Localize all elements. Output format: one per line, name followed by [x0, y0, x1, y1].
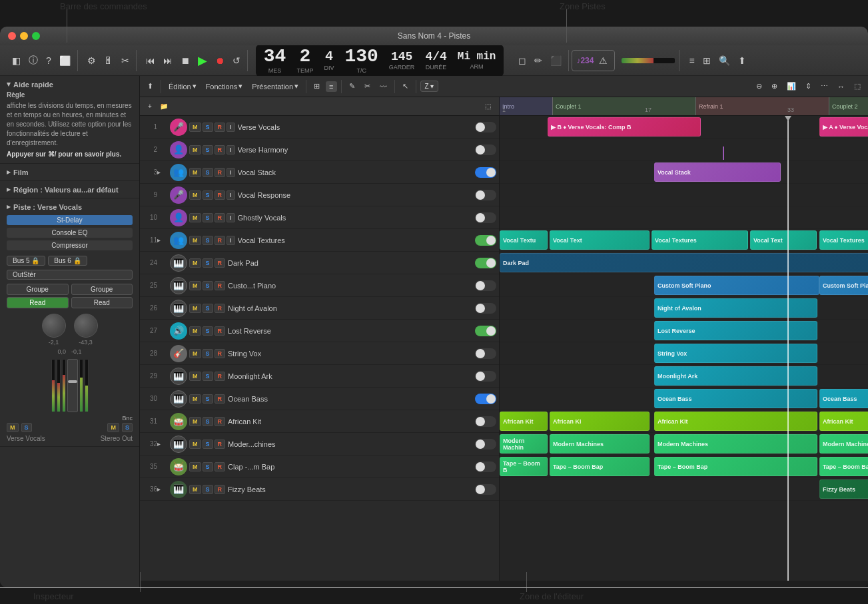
z-mode-btn[interactable]: Z ▾	[420, 81, 438, 92]
input-10[interactable]: I	[226, 213, 235, 222]
zoom-in-btn[interactable]: ⊕	[768, 81, 781, 92]
transport-signature[interactable]: 4/4	[425, 51, 446, 63]
solo-31[interactable]: S	[203, 417, 213, 426]
compressor-plugin[interactable]: Compressor	[7, 240, 133, 250]
transport-tc[interactable]: 130	[344, 47, 378, 66]
edit-track-btn[interactable]: ⬚	[482, 101, 494, 111]
film-header[interactable]: ▸ Film	[7, 168, 133, 176]
rec-36[interactable]: R	[215, 485, 226, 494]
rec-35[interactable]: R	[215, 462, 226, 471]
bus6-btn[interactable]: Bus 6 🔒	[48, 256, 87, 266]
toggle-switch-35[interactable]	[475, 461, 496, 472]
solo-btn-right[interactable]: S	[122, 423, 133, 432]
zoom-out-btn[interactable]: ⊖	[753, 81, 765, 92]
clip-moonlight-ark-1[interactable]: Moonlight Ark	[654, 366, 817, 386]
fonctions-btn[interactable]: Fonctions ▾	[203, 81, 246, 92]
rec-31[interactable]: R	[215, 417, 226, 426]
mute-31[interactable]: M	[189, 417, 201, 426]
rec-9[interactable]: R	[215, 190, 226, 200]
fullscreen-button[interactable]	[32, 32, 40, 40]
rec-26[interactable]: R	[215, 304, 226, 313]
clip-vt-4[interactable]: Vocal Text	[750, 230, 817, 250]
rec-32[interactable]: R	[215, 440, 226, 449]
clip-tape-boom-bap-2[interactable]: Tape – Boom Bap	[550, 457, 650, 476]
info-btn[interactable]: ⓘ	[26, 53, 41, 68]
transport-div[interactable]: 4	[324, 50, 334, 63]
track-toggle-3[interactable]	[475, 167, 496, 178]
presentation-btn[interactable]: Présentation ▾	[248, 81, 302, 92]
mute-2[interactable]: M	[189, 145, 201, 154]
clip-modern-machines-3[interactable]: Modern Machines	[654, 434, 817, 453]
solo-32[interactable]: S	[203, 440, 213, 449]
monitor-btn[interactable]: ⬜	[57, 54, 73, 67]
mute-27[interactable]: M	[189, 326, 201, 336]
input-1[interactable]: I	[226, 123, 235, 132]
clip-tape-boom-bap-3[interactable]: Tape – Boom Bap	[654, 457, 817, 476]
track-toggle-36[interactable]	[475, 484, 496, 495]
rec-3[interactable]: R	[215, 168, 226, 177]
stop-btn[interactable]: ⏹	[178, 54, 193, 67]
toggle-switch-24[interactable]	[475, 258, 496, 268]
clip-modern-machines-4[interactable]: Modern Machines	[819, 434, 868, 453]
clip-modern-machines-1[interactable]: Modern Machin	[500, 434, 548, 453]
mute-24[interactable]: M	[189, 258, 201, 268]
clip-fizzy-beats-1[interactable]: Fizzy Beats	[819, 479, 868, 499]
toggle-switch-11[interactable]	[475, 235, 496, 246]
rec-29[interactable]: R	[215, 372, 226, 381]
close-button[interactable]	[8, 32, 16, 40]
toggle-switch-10[interactable]	[475, 212, 496, 223]
st-delay-plugin[interactable]: St-Delay	[7, 215, 133, 225]
rec-10[interactable]: R	[215, 213, 226, 222]
solo-10[interactable]: S	[203, 213, 213, 222]
track-toggle-31[interactable]	[475, 416, 496, 427]
solo-25[interactable]: S	[203, 281, 213, 290]
input-2[interactable]: I	[226, 145, 235, 154]
help-btn[interactable]: ?	[43, 54, 54, 67]
solo-26[interactable]: S	[203, 304, 213, 313]
toggle-switch-9[interactable]	[475, 190, 496, 200]
clip-african-kit-1[interactable]: African Kit	[500, 412, 548, 431]
waveform-zoom-btn[interactable]: 📊	[783, 81, 799, 92]
solo-btn[interactable]: S	[21, 423, 32, 432]
track-toggle-26[interactable]	[475, 303, 496, 314]
pen-btn[interactable]: ✏	[532, 54, 545, 67]
play-btn[interactable]: ▶	[195, 52, 210, 69]
tempo-btn[interactable]: ⚙	[85, 54, 99, 67]
group-left-btn[interactable]: Groupe	[7, 284, 69, 295]
clip-ocean-bass-1[interactable]: Ocean Bass	[654, 389, 817, 408]
toggle-switch-32[interactable]	[475, 439, 496, 450]
mute-25[interactable]: M	[189, 281, 201, 290]
volume-knob-left[interactable]	[42, 314, 66, 338]
volume-knob-right[interactable]	[74, 314, 98, 338]
rec-11[interactable]: R	[215, 236, 226, 245]
share-btn[interactable]: ⬆	[735, 54, 749, 67]
pencil-tool-btn[interactable]: ✎	[346, 81, 358, 92]
mute-3[interactable]: M	[189, 168, 201, 177]
clip-vt-2[interactable]: Vocal Text	[550, 230, 650, 250]
rewind-btn[interactable]: ⏮	[143, 54, 158, 67]
solo-3[interactable]: S	[203, 168, 213, 177]
link-btn[interactable]: ↔	[834, 81, 848, 92]
toggle-switch-30[interactable]	[475, 394, 496, 404]
toggle-switch-36[interactable]	[475, 484, 496, 495]
cursor-btn[interactable]: ↖	[399, 81, 412, 92]
track-toggle-29[interactable]	[475, 371, 496, 382]
clip-dark-pad[interactable]: Dark Pad	[500, 253, 868, 272]
toggle-switch-1[interactable]	[475, 122, 496, 133]
waveform-btn[interactable]: 〰	[376, 81, 390, 92]
track-toggle-9[interactable]	[475, 190, 496, 200]
mute-btn-right[interactable]: M	[107, 423, 119, 432]
clip-soft-piano-2[interactable]: Custom Soft Piano	[819, 276, 868, 295]
edition-btn[interactable]: Édition ▾	[165, 81, 200, 92]
rec-28[interactable]: R	[215, 349, 226, 358]
add-track-btn[interactable]: +	[145, 101, 155, 111]
list-view-btn[interactable]: ≡	[686, 54, 697, 67]
smart-controls-btn[interactable]: ◻	[516, 54, 529, 67]
clip-tape-boom-bap-4[interactable]: Tape – Boom Bap	[819, 457, 868, 476]
mute-36[interactable]: M	[189, 485, 201, 494]
upload-btn[interactable]: ⬆	[144, 81, 157, 92]
solo-11[interactable]: S	[203, 236, 213, 245]
track-toggle-10[interactable]	[475, 212, 496, 223]
read-right-btn[interactable]: Read	[71, 297, 133, 308]
horizontal-scrollbar[interactable]	[140, 581, 868, 587]
